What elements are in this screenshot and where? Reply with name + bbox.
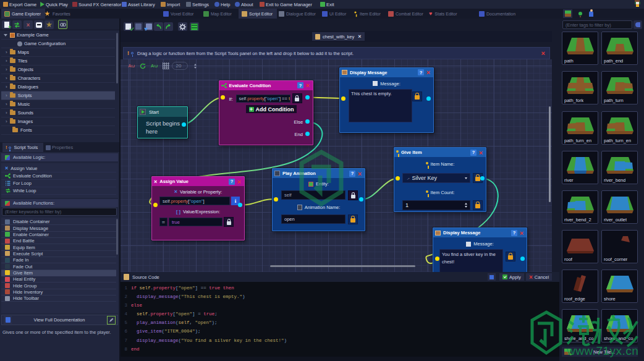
svg-text:www.71yx.cn: www.71yx.cn bbox=[566, 344, 638, 357]
